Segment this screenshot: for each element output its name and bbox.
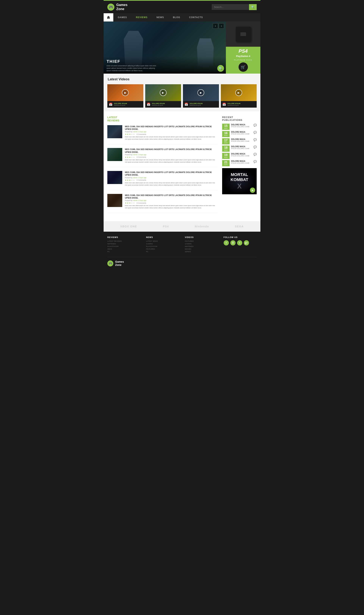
video-label-3: DOLORE IPSUM MANGA ALIQUA [190,103,203,106]
calendar-icon-1: 📅 [109,103,113,106]
footer-news-link-4[interactable]: FEATURED [146,248,179,250]
pub-item-2[interactable]: 16 AUG DOLORE MAGA IPSUM DOLORE COME 💬 [222,131,257,137]
review-thumbnail-3 [107,171,122,184]
pub-comment-icon-2: 💬 [253,131,257,134]
play-button-3[interactable]: ▶ [197,89,204,96]
pub-item-4[interactable]: 18 AUG DOLORE MAGA IPSUM DOLORE COME 💬 [222,146,257,152]
footer-news-link-3[interactable]: PLAYSTATION [146,245,179,247]
footer-reviews-link-4[interactable]: XBOX [107,248,141,250]
footer: REVIEWS LATEST REVIEWS NINTENDO PLAYSTAT… [104,232,260,271]
footer-videos-link-5[interactable]: SERIES [185,251,218,253]
footer-news-link-1[interactable]: LATEST NEWS [146,240,179,242]
review-stars-2: ★★★★★ 0 Comments [125,156,218,158]
footer-follow-title: FOLLOW US [224,236,257,238]
hero-prev-button[interactable]: ‹ [213,23,218,28]
follow-icons: f ☰ t g+ [224,240,257,245]
footer-videos-link-2[interactable]: GAMING [185,243,218,245]
video-label-2: DOLORE IPSUM MANGA ALIQUA [152,103,165,106]
footer-news-col: NEWS LATEST NEWS GAMING PLAYSTATION FEAT… [146,236,179,253]
sidebar: RECENT PUBLICATIONS 15 AUG DOLORE MAGA I… [222,116,257,217]
video-thumbnail-3: ▶ [183,84,219,101]
footer-bottom: 🎮 Games Zone [107,257,257,267]
review-title-3: MES CUML DIA SED INENIAS INGERTO LOT ERT… [125,171,218,176]
footer-grid: REVIEWS LATEST REVIEWS NINTENDO PLAYSTAT… [107,236,257,253]
brand-sega: SEGA [235,225,244,228]
content-area: LATEST REVIEWS MES CUML DIA SED INENIAS … [104,111,260,221]
search-area: 🔍 [212,4,257,10]
pub-item-6[interactable]: 21 AUG DOLORE MAGA IPSUM DOLORE COME 💬 [222,160,257,166]
twitter-icon[interactable]: t [237,240,242,245]
hero-search-icon[interactable]: 🔍 [217,65,224,72]
footer-news-title: NEWS [146,236,179,238]
review-thumbnail-2 [107,148,122,161]
nav-news[interactable]: NEWS [152,13,168,21]
ps4-console [236,27,251,42]
latest-videos-section: Latest Videos ▶ 📅 DOLORE IPSUM MANGA ALI… [104,74,260,111]
search-input[interactable] [212,4,249,10]
pub-item-3[interactable]: 17 AUG DOLORE MAGA IPSUM DOLORE COME 💬 [222,138,257,144]
footer-news-link-2[interactable]: GAMING [146,243,179,245]
hero-overlay: THIEF Dolor sit amet consectetuer adisci… [104,57,226,74]
calendar-icon-2: 📅 [147,103,150,106]
video-info-2: 📅 DOLORE IPSUM MANGA ALIQUA [145,101,181,107]
review-text-3: Dolor num viae ullamcorper am nec convec… [125,182,218,186]
ps4-cart-button[interactable]: 🛒 [239,62,248,72]
search-button[interactable]: 🔍 [249,4,257,10]
review-stars-1: ★★★★★ 0 Comments [125,133,218,135]
review-item-2: MES CUML DIA SED INENIAS INGERTO LOT ERT… [107,148,218,167]
video-item-2[interactable]: ▶ 📅 DOLORE IPSUM MANGA ALIQUA [145,84,181,107]
nav-home-button[interactable] [104,13,113,22]
video-item-1[interactable]: ▶ 📅 DOLORE IPSUM MANGA ALIQUA [107,84,143,107]
review-content-1: MES CUML DIA SED INENIAS INGERTO LOT ERT… [125,125,218,140]
review-content-3: MES CUML DIA SED INENIAS INGERTO LOT ERT… [125,171,218,186]
nav-blog[interactable]: BLOG [168,13,185,21]
footer-reviews-link-5[interactable]: PC [107,251,141,253]
footer-videos-link-4[interactable]: MOVIES [185,248,218,250]
home-icon [107,15,110,19]
play-button-1[interactable]: ▶ [122,89,129,96]
pub-info-4: DOLORE MAGA IPSUM DOLORE COME [231,146,252,149]
footer-logo-text: Games Zone [115,260,124,267]
pub-item-1[interactable]: 15 AUG DOLORE MAGA IPSUM DOLORE COME 💬 [222,124,257,130]
play-button-4[interactable]: ▶ [235,89,242,96]
review-title-2: MES CUML DIA SED INENIAS INGERTO LOT ERT… [125,148,218,153]
pub-info-3: DOLORE MAGA IPSUM DOLORE COME [231,138,252,142]
play-button-2[interactable]: ▶ [160,89,167,96]
footer-reviews-col: REVIEWS LATEST REVIEWS NINTENDO PLAYSTAT… [107,236,141,253]
footer-videos-link-1[interactable]: FEATURED [185,240,218,242]
hero-description: Dolor sit amet consectetuer adiscing el … [107,65,159,72]
footer-reviews-link-2[interactable]: NINTENDO [107,243,141,245]
ps4-pack: PLATINUM PACK [234,59,252,61]
facebook-icon[interactable]: f [224,240,229,245]
nav-contacts[interactable]: CONTACTS [185,13,207,21]
hero-next-button[interactable]: › [219,23,224,28]
calendar-icon-3: 📅 [184,103,188,106]
googleplus-icon[interactable]: g+ [244,240,249,245]
video-grid: ▶ 📅 DOLORE IPSUM MANGA ALIQUA ▶ 📅 DOLORE… [107,84,257,107]
footer-reviews-title: REVIEWS [107,236,141,238]
video-thumbnail-4: ▶ [221,84,257,101]
pub-item-5[interactable]: 19 AUG DOLORE MAGA IPSUM DOLORE COME 💬 [222,153,257,159]
video-item-4[interactable]: ▶ 📅 DOLORE IPSUM MANGA ALIQUA [221,84,257,107]
review-text-1: Dolor num viae ullamcorper am nec convec… [125,136,218,140]
footer-reviews-link-1[interactable]: LATEST REVIEWS [107,240,141,242]
pub-date-2: 16 AUG [222,131,230,137]
footer-reviews-link-3[interactable]: PLAYSTATION [107,245,141,247]
nav-games[interactable]: GAMES [113,13,131,21]
footer-videos-link-3[interactable]: NINTENDO [185,245,218,247]
pub-comment-icon-5: 💬 [253,153,257,156]
mortal-kombat-banner[interactable]: MORTAL KOMBAT X ▶ [222,168,257,194]
nav-reviews[interactable]: REVIEWS [131,13,152,21]
review-author-4: Posted by Admin 2 Days ago [125,200,218,201]
hero-side-panel: PS4 PlayStation 4 PLATINUM PACK 🛒 [226,22,260,74]
rss-icon[interactable]: ☰ [230,240,235,245]
footer-news-link-5[interactable]: PC [146,251,179,253]
pub-info-6: DOLORE MAGA IPSUM DOLORE COME [231,160,252,164]
logo-line2: Zone [116,7,128,11]
video-item-3[interactable]: ▶ 📅 DOLORE IPSUM MANGA ALIQUA [183,84,219,107]
logo-icon: 🎮 [107,3,115,11]
video-info-1: 📅 DOLORE IPSUM MANGA ALIQUA [107,101,143,107]
mk-play-button[interactable]: ▶ [250,187,255,193]
review-item-1: MES CUML DIA SED INENIAS INGERTO LOT ERT… [107,125,218,144]
ps4-name: PlayStation 4 [236,55,250,57]
